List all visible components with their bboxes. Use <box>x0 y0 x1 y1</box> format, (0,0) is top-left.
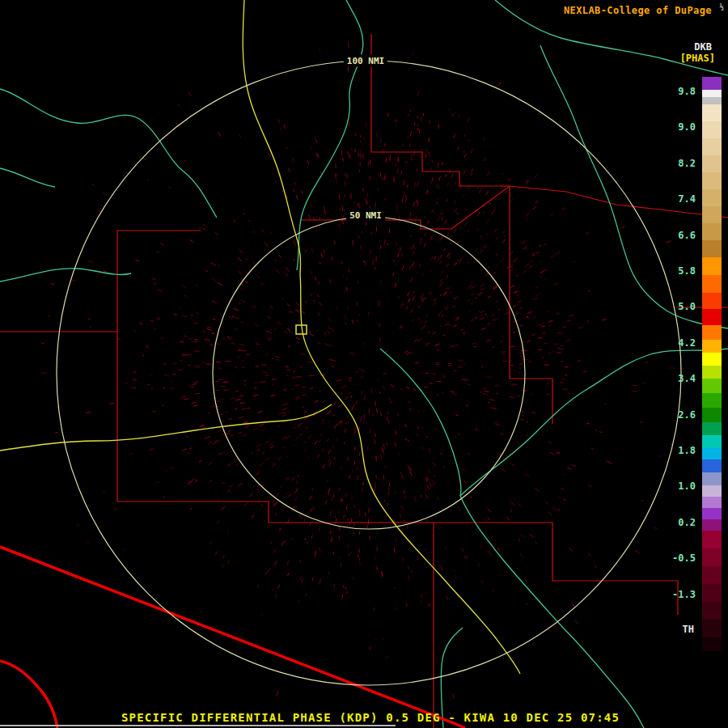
colorbar-segment <box>702 340 722 353</box>
colorbar-unit-top: DKB <box>694 41 712 53</box>
radar-noise-speckles <box>41 58 660 659</box>
colorbar-tick-label: 5.8 <box>678 265 696 277</box>
range-ring-label: 50 NMI <box>346 210 385 222</box>
colorbar-segment <box>702 508 722 519</box>
colorbar-segment <box>702 637 722 651</box>
colorbar-segment <box>702 240 722 257</box>
colorbar-segment <box>702 366 722 379</box>
colorbar-segment <box>702 172 722 189</box>
colorbar-segment <box>702 472 722 485</box>
colorbar-segment <box>702 257 722 275</box>
radar-noise-speckles <box>51 58 683 650</box>
colorbar-tick-label: 9.8 <box>678 86 696 97</box>
radar-noise-speckles <box>88 66 671 696</box>
highway-line <box>0 404 332 451</box>
colorbar-tick-label: 6.6 <box>678 230 696 241</box>
colorbar-segment <box>702 138 722 155</box>
site-attribution: NEXLAB-College of DuPage <box>564 5 712 16</box>
radar-display: NEXLAB-College of DuPage ½ DKB [PHAS] TH… <box>0 0 728 728</box>
colorbar-unit-label: [PHAS] <box>680 53 715 64</box>
range-ring-label: 100 NMI <box>344 55 387 67</box>
colorbar-segment <box>702 497 722 508</box>
colorbar-segment <box>702 90 722 97</box>
colorbar-segment <box>702 566 722 584</box>
radar-map-canvas <box>0 0 728 728</box>
colorbar-tick-label: 9.0 <box>678 121 696 133</box>
colorbar-segment <box>702 620 722 637</box>
colorbar-segment <box>702 104 722 121</box>
river-line <box>460 349 728 496</box>
river-line <box>0 269 131 281</box>
colorbar-segment <box>702 121 722 138</box>
county-line <box>371 34 510 186</box>
river-line <box>0 168 55 187</box>
river-line <box>380 349 461 496</box>
colorbar-tick-label: 1.0 <box>678 480 696 492</box>
colorbar-segment <box>702 393 722 408</box>
colorbar-segment <box>702 408 722 422</box>
colorbar-segment <box>702 155 722 172</box>
colorbar-tick-label: 8.2 <box>678 158 696 169</box>
colorbar-segment <box>702 206 722 223</box>
corner-glyph: ½ <box>720 3 724 11</box>
highway-line <box>243 0 300 274</box>
colorbar-segment <box>702 353 722 366</box>
colorbar-tick-label: 2.6 <box>678 409 696 421</box>
colorbar-segment <box>702 548 722 566</box>
river-line <box>540 45 728 328</box>
colorbar-segment <box>702 275 722 293</box>
colorbar-segment <box>702 519 722 531</box>
colorbar-tick-label: 3.4 <box>678 373 696 384</box>
product-status-line: SPECIFIC DIFFERENTIAL PHASE (KDP) 0.5 DE… <box>121 711 620 724</box>
colorbar-segment <box>702 531 722 548</box>
colorbar-tick-label: -0.5 <box>672 552 696 564</box>
colorbar-tick-label: 5.0 <box>678 301 696 312</box>
radar-noise-speckles <box>87 49 674 641</box>
colorbar-segment <box>702 77 722 90</box>
colorbar-tick-label: -1.3 <box>672 589 696 600</box>
colorbar-segment <box>702 309 722 325</box>
highway-line <box>300 274 520 674</box>
state-border-line <box>0 661 57 728</box>
colorbar-tick-label: 0.2 <box>678 517 696 528</box>
colorbar-bottom-label: TH <box>683 624 694 635</box>
colorbar-tick-label: 1.8 <box>678 445 696 456</box>
colorbar-segment <box>702 435 722 448</box>
range-ring <box>57 61 681 685</box>
colorbar-segment <box>702 189 722 206</box>
county-line <box>0 231 201 332</box>
county-line <box>117 332 678 615</box>
colorbar-segment <box>702 584 722 602</box>
colorbar <box>702 77 722 651</box>
colorbar-segment <box>702 422 722 435</box>
colorbar-tick-label: 4.2 <box>678 337 696 349</box>
colorbar-segment <box>702 223 722 240</box>
colorbar-segment <box>702 602 722 620</box>
county-line <box>510 186 552 424</box>
river-line <box>0 89 217 218</box>
county-line <box>301 186 728 229</box>
colorbar-segment <box>702 293 722 309</box>
colorbar-segment <box>702 459 722 472</box>
colorbar-segment <box>702 448 722 459</box>
colorbar-segment <box>702 379 722 393</box>
colorbar-segment <box>702 325 722 340</box>
colorbar-segment <box>702 485 722 497</box>
colorbar-tick-label: 7.4 <box>678 193 696 205</box>
state-border-line <box>0 547 465 728</box>
colorbar-segment <box>702 97 722 104</box>
